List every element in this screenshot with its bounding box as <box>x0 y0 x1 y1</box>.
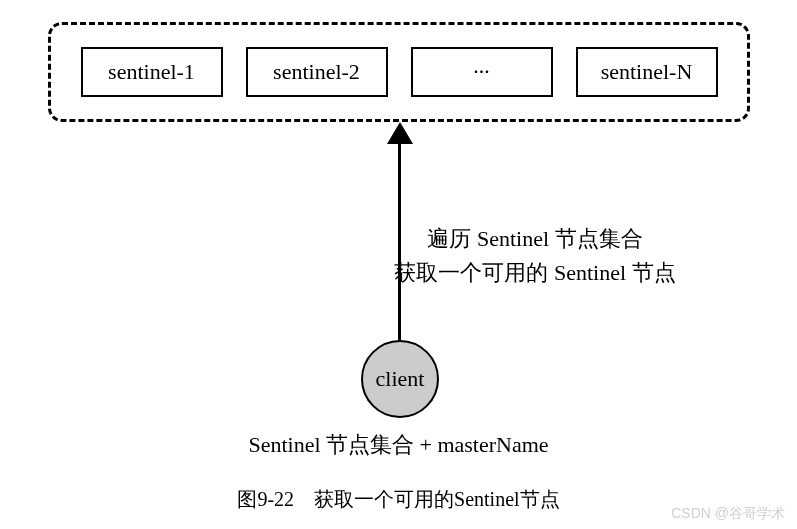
watermark: CSDN @谷哥学术 <box>671 505 785 523</box>
sentinel-node: sentinel-2 <box>246 47 388 97</box>
sentinel-node-ellipsis: ··· <box>411 47 553 97</box>
sentinel-node: sentinel-1 <box>81 47 223 97</box>
client-node: client <box>361 340 439 418</box>
sentinel-cluster-box: sentinel-1 sentinel-2 ··· sentinel-N <box>48 22 750 122</box>
client-label: client <box>376 366 425 392</box>
annotation-line-2: 获取一个可用的 Sentinel 节点 <box>345 256 725 290</box>
annotation-line-1: 遍历 Sentinel 节点集合 <box>345 222 725 256</box>
sentinel-node: sentinel-N <box>576 47 718 97</box>
arrow-annotation: 遍历 Sentinel 节点集合 获取一个可用的 Sentinel 节点 <box>345 222 725 290</box>
client-sublabel: Sentinel 节点集合 + masterName <box>0 430 797 460</box>
